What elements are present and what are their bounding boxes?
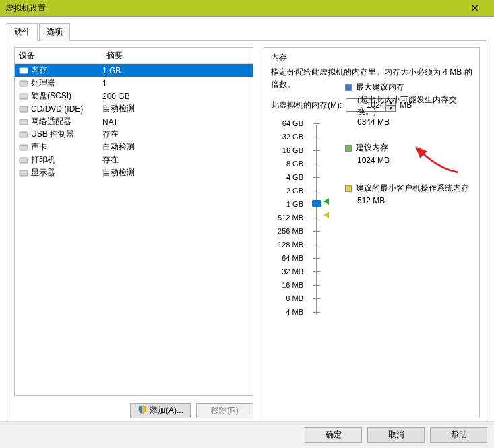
legend-rec: 建议内存 1024 MB <box>345 142 470 166</box>
header-device[interactable]: 设备 <box>15 48 102 63</box>
tick-mark <box>313 258 320 259</box>
close-button[interactable]: ✕ <box>462 3 489 13</box>
tick-label: 4 GB <box>286 173 303 181</box>
tick-mark <box>313 218 320 218</box>
device-row[interactable]: 处理器1 <box>15 77 253 90</box>
add-button-label: 添加(A)... <box>150 405 183 416</box>
help-label: 帮助 <box>451 429 467 441</box>
device-row[interactable]: 内存1 GB <box>15 64 253 77</box>
slider-thumb[interactable] <box>312 200 321 207</box>
list-body: 内存1 GB处理器1硬盘(SCSI)200 GBCD/DVD (IDE)自动检测… <box>15 64 253 179</box>
svg-rect-6 <box>20 145 28 150</box>
tick-mark <box>313 231 320 232</box>
titlebar: 虚拟机设置 ✕ <box>0 0 494 17</box>
device-summary: 1 GB <box>102 66 253 75</box>
tick-mark <box>313 285 320 286</box>
device-name: CD/DVD (IDE) <box>30 104 102 114</box>
tick-label: 32 MB <box>282 267 303 276</box>
ok-button[interactable]: 确定 <box>305 427 362 443</box>
device-icon <box>18 129 30 140</box>
svg-rect-2 <box>20 94 28 99</box>
tick-mark <box>313 271 320 272</box>
legend-min-value: 512 MB <box>345 195 470 207</box>
tick-mark <box>313 123 320 124</box>
marker-min-icon <box>323 212 329 218</box>
device-name: USB 控制器 <box>30 129 102 140</box>
device-icon <box>18 78 30 89</box>
legend-max: 最大建议内存 (超出此大小可能发生内存交换。) 6344 MB <box>345 82 470 128</box>
tick-label: 64 MB <box>282 254 303 262</box>
tick-label: 8 MB <box>286 294 303 302</box>
tick-label: 256 MB <box>278 227 303 235</box>
device-name: 声卡 <box>30 141 102 153</box>
device-summary: 1 <box>102 79 253 88</box>
memory-label: 此虚拟机的内存(M): <box>271 100 342 111</box>
device-summary: 存在 <box>102 154 253 166</box>
device-summary: 自动检测 <box>102 103 253 115</box>
svg-rect-7 <box>20 158 28 163</box>
panel: 设备 摘要 内存1 GB处理器1硬盘(SCSI)200 GBCD/DVD (ID… <box>7 40 487 426</box>
device-icon <box>18 117 30 127</box>
cancel-label: 取消 <box>388 429 404 441</box>
tick-mark <box>313 312 320 313</box>
tick-mark <box>313 164 320 164</box>
device-icon <box>18 142 30 153</box>
device-row[interactable]: 网络适配器NAT <box>15 115 253 128</box>
tick-mark <box>313 191 320 191</box>
slider-track <box>316 125 317 315</box>
device-name: 显示器 <box>30 167 102 179</box>
memory-slider: 64 GB32 GB16 GB8 GB4 GB2 GB1 GB512 MB256… <box>271 122 472 317</box>
device-row[interactable]: 显示器自动检测 <box>15 166 253 179</box>
device-name: 内存 <box>30 65 102 76</box>
tab-hardware[interactable]: 硬件 <box>7 23 38 41</box>
legend-max-value: 6344 MB <box>345 117 470 128</box>
tick-label: 512 MB <box>278 214 303 222</box>
tick-mark <box>313 245 320 245</box>
cancel-button[interactable]: 取消 <box>367 427 425 443</box>
svg-rect-5 <box>20 132 28 137</box>
tick-mark <box>313 298 320 299</box>
left-column: 设备 摘要 内存1 GB处理器1硬盘(SCSI)200 GBCD/DVD (ID… <box>14 47 253 418</box>
device-row[interactable]: USB 控制器存在 <box>15 128 253 141</box>
shield-icon <box>137 405 147 416</box>
slider-track-col[interactable] <box>310 122 323 317</box>
dialog-footer: 确定 取消 帮助 <box>0 421 494 448</box>
window-title: 虚拟机设置 <box>5 3 462 14</box>
tick-mark <box>313 137 320 137</box>
device-icon <box>18 65 30 76</box>
svg-rect-0 <box>20 68 28 73</box>
legend-min: 建议的最小客户机操作系统内存 512 MB <box>345 183 470 207</box>
list-header: 设备 摘要 <box>15 48 253 64</box>
tabs: 硬件 选项 <box>7 22 487 41</box>
svg-rect-8 <box>20 170 28 176</box>
tick-label: 16 GB <box>282 146 303 154</box>
marker-recommended-icon <box>323 198 329 205</box>
device-summary: NAT <box>102 117 253 127</box>
device-name: 网络适配器 <box>30 116 102 127</box>
tick-label: 4 MB <box>286 308 303 316</box>
header-summary[interactable]: 摘要 <box>102 48 253 63</box>
device-summary: 自动检测 <box>102 141 253 153</box>
tick-mark <box>313 150 320 151</box>
add-button[interactable]: 添加(A)... <box>130 403 191 418</box>
tick-mark <box>313 177 320 178</box>
tick-label: 64 GB <box>282 119 303 127</box>
slider-labels: 64 GB32 GB16 GB8 GB4 GB2 GB1 GB512 MB256… <box>271 122 303 317</box>
remove-button[interactable]: 移除(R) <box>196 403 253 418</box>
legend-rec-title: 建议内存 <box>356 143 388 152</box>
square-green-icon <box>345 145 352 152</box>
device-name: 处理器 <box>30 77 102 89</box>
memory-title: 内存 <box>271 52 472 63</box>
device-icon <box>18 91 30 102</box>
content: 硬件 选项 设备 摘要 内存1 GB处理器1硬盘(SCSI)200 GBCD/D… <box>0 17 494 426</box>
device-row[interactable]: 声卡自动检测 <box>15 141 253 154</box>
tab-options[interactable]: 选项 <box>39 23 70 41</box>
device-name: 打印机 <box>30 154 102 166</box>
device-row[interactable]: CD/DVD (IDE)自动检测 <box>15 102 253 115</box>
device-row[interactable]: 打印机存在 <box>15 154 253 166</box>
svg-rect-4 <box>20 119 28 125</box>
tick-label: 32 GB <box>282 133 303 141</box>
device-row[interactable]: 硬盘(SCSI)200 GB <box>15 90 253 102</box>
help-button[interactable]: 帮助 <box>430 427 487 443</box>
legend-rec-value: 1024 MB <box>345 155 470 166</box>
